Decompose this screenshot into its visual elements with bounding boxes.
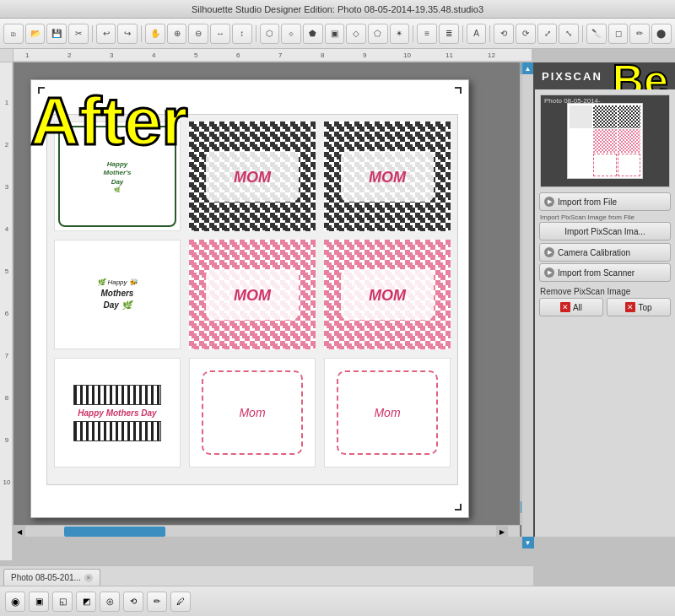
- toolbar-btn-knife[interactable]: 🔪: [586, 24, 607, 44]
- right-vscroll-down-btn[interactable]: ▼: [522, 537, 534, 548]
- tab-label: Photo 08-05-201...: [11, 573, 81, 582]
- svg-text:6: 6: [236, 51, 240, 59]
- design-cell-4: 🌿 Happy 🐝 Mothers Day 🌿: [54, 240, 181, 349]
- toolbar-btn-cut[interactable]: ✂: [68, 24, 89, 44]
- ruler-corner: [0, 49, 14, 62]
- main-toolbar: ⎄ 📂 💾 ✂ ↩ ↪ ✋ ⊕ ⊖ ↔ ↕ ⬡ ⟐ ⬟ ▣ ◇ ⬠ ✴ ≡ ≣ …: [0, 19, 675, 49]
- svg-text:8: 8: [321, 51, 325, 59]
- bottom-btn-1[interactable]: ◉: [5, 592, 25, 612]
- camera-calibration-btn[interactable]: ▶ Camera Calibration: [539, 243, 671, 262]
- toolbar-btn-shape3[interactable]: ⬟: [303, 24, 323, 44]
- camera-calibration-label: Camera Calibration: [558, 248, 630, 257]
- svg-text:10: 10: [403, 51, 411, 59]
- import-from-scanner-btn[interactable]: ▶ Import from Scanner: [539, 263, 671, 282]
- bottom-btn-7[interactable]: ✏: [147, 592, 167, 612]
- hscroll-thumb[interactable]: [64, 527, 165, 537]
- tab-photo[interactable]: Photo 08-05-201... ×: [3, 569, 100, 586]
- toolbar-btn-rotate[interactable]: ↔: [210, 24, 230, 44]
- toolbar-btn-open[interactable]: 📂: [25, 24, 46, 44]
- bottom-btn-4[interactable]: ◩: [76, 592, 96, 612]
- toolbar-btn-arrange2[interactable]: ⟳: [516, 24, 536, 44]
- toolbar-btn-shape4[interactable]: ▣: [325, 24, 345, 44]
- svg-text:10: 10: [3, 478, 11, 486]
- toolbar-btn-pan[interactable]: ✋: [145, 24, 165, 44]
- toolbar-separator-1: [92, 25, 93, 42]
- svg-text:2: 2: [5, 141, 9, 149]
- after-label: After: [30, 88, 188, 155]
- import-file-icon: ▶: [544, 197, 554, 207]
- toolbar-btn-shape2[interactable]: ⟐: [281, 24, 301, 44]
- toolbar-btn-shape7[interactable]: ✴: [390, 24, 410, 44]
- toolbar-btn-shape6[interactable]: ⬠: [368, 24, 388, 44]
- toolbar-btn-flip[interactable]: ↕: [232, 24, 252, 44]
- camera-icon: ▶: [544, 247, 554, 257]
- svg-text:9: 9: [5, 436, 9, 444]
- bottom-tabbar: Photo 08-05-201... ×: [0, 565, 533, 586]
- toolbar-btn-zoom-out[interactable]: ⊖: [188, 24, 208, 44]
- import-pixscan-sublabel: Import PixScan Image from File: [535, 213, 675, 222]
- svg-text:4: 4: [5, 225, 9, 233]
- toolbar-btn-eraser[interactable]: ◻: [608, 24, 629, 44]
- svg-text:11: 11: [446, 51, 453, 59]
- right-panel-vscrollbar[interactable]: ▲ ▼: [521, 62, 533, 548]
- svg-text:3: 3: [5, 183, 9, 191]
- tab-close-btn[interactable]: ×: [84, 574, 93, 582]
- toolbar-btn-line1[interactable]: ≡: [417, 24, 437, 44]
- toolbar-btn-arrange4[interactable]: ⤡: [559, 24, 579, 44]
- remove-all-label: All: [573, 303, 582, 312]
- toolbar-btn-text[interactable]: A: [467, 24, 487, 44]
- svg-text:MOM: MOM: [369, 287, 407, 304]
- window-title: Silhouette Studio Designer Edition: Phot…: [192, 4, 483, 14]
- toolbar-btn-shape1[interactable]: ⬡: [260, 24, 280, 44]
- svg-text:1: 1: [5, 99, 9, 106]
- design-cell-3: MOM: [324, 122, 451, 231]
- panel-header: PIXSCAN Be: [535, 62, 675, 89]
- toolbar-btn-undo[interactable]: ↩: [96, 24, 116, 44]
- remove-top-label: Top: [638, 303, 651, 312]
- svg-text:8: 8: [5, 394, 9, 402]
- photo-content: HappyMother'sDay 🌿: [46, 114, 458, 485]
- remove-pixscan-label: Remove PixScan Image: [535, 284, 675, 298]
- hscroll-right-btn[interactable]: ▶: [496, 526, 508, 537]
- scanner-icon: ▶: [544, 267, 554, 278]
- bottom-btn-5[interactable]: ◎: [100, 592, 120, 612]
- svg-text:MOM: MOM: [234, 169, 272, 186]
- remove-all-btn[interactable]: ✕ All: [539, 298, 603, 316]
- horizontal-ruler: 1 2 3 4 5 6 7 8 9 10 11 12: [0, 49, 532, 62]
- bottom-btn-2[interactable]: ▣: [29, 592, 49, 612]
- toolbar-btn-new[interactable]: ⎄: [3, 24, 24, 44]
- svg-text:MOM: MOM: [234, 287, 272, 304]
- toolbar-btn-zoom-in[interactable]: ⊕: [167, 24, 187, 44]
- canvas-hscrollbar[interactable]: ◀ ▶: [14, 525, 520, 537]
- design-cell-5: MOM: [189, 240, 316, 349]
- import-pixscan-btn[interactable]: Import PixScan Ima...: [539, 222, 671, 240]
- bottom-btn-8[interactable]: 🖊: [170, 592, 191, 612]
- toolbar-btn-redo[interactable]: ↪: [117, 24, 138, 44]
- svg-text:MOM: MOM: [369, 169, 407, 186]
- tab-close-icon: ×: [87, 574, 91, 581]
- toolbar-btn-save[interactable]: 💾: [46, 24, 67, 44]
- remove-all-x-icon: ✕: [560, 302, 570, 312]
- hscroll-left-btn[interactable]: ◀: [14, 526, 25, 537]
- be-overlay-text: Be: [613, 62, 668, 89]
- toolbar-btn-shape5[interactable]: ◇: [346, 24, 366, 44]
- camera-calibration-group: ▶ Camera Calibration: [535, 243, 675, 263]
- right-vscroll-up-btn[interactable]: ▲: [522, 62, 534, 74]
- svg-text:2: 2: [68, 51, 72, 59]
- bottom-btn-3[interactable]: ◱: [52, 592, 73, 612]
- svg-text:7: 7: [278, 51, 283, 59]
- remove-top-btn[interactable]: ✕ Top: [607, 298, 671, 316]
- toolbar-btn-pen[interactable]: ✏: [629, 24, 650, 44]
- svg-text:4: 4: [152, 51, 156, 59]
- toolbar-btn-line2[interactable]: ≣: [439, 24, 459, 44]
- thumbnail-container: Photo 08-05-2014-: [540, 95, 670, 187]
- import-from-file-btn[interactable]: ▶ Import from File: [539, 192, 671, 211]
- toolbar-btn-arrange3[interactable]: ⤢: [537, 24, 558, 44]
- remove-top-x-icon: ✕: [625, 302, 635, 312]
- svg-text:5: 5: [194, 51, 198, 59]
- toolbar-separator-4: [413, 25, 413, 42]
- toolbar-btn-node[interactable]: ⬤: [651, 24, 672, 44]
- toolbar-separator-6: [489, 25, 490, 42]
- bottom-btn-6[interactable]: ⟲: [123, 592, 143, 612]
- toolbar-btn-arrange1[interactable]: ⟲: [494, 24, 514, 44]
